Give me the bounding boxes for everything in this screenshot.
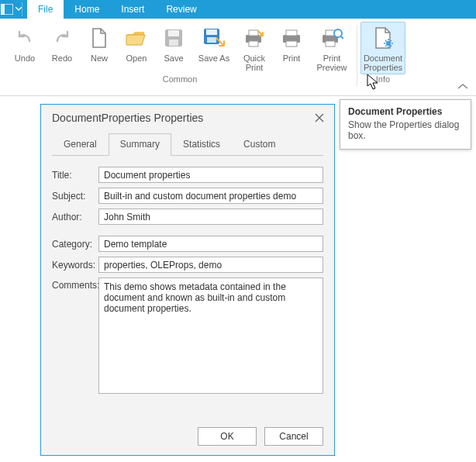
subject-field[interactable] <box>98 188 323 204</box>
ribbon-group-common: Undo Redo New Open <box>6 22 354 88</box>
label-category: Category: <box>52 239 98 250</box>
undo-label: Undo <box>15 53 35 72</box>
ribbon-group-info: Document Properties Info <box>360 22 405 88</box>
open-label: Open <box>126 53 147 72</box>
label-author: Author: <box>52 212 98 222</box>
printpreview-icon <box>319 26 344 50</box>
tab-insert[interactable]: Insert <box>110 0 155 19</box>
collapse-ribbon-button[interactable] <box>457 83 468 91</box>
svg-point-18 <box>386 41 391 46</box>
document-properties-button[interactable]: Document Properties <box>360 22 405 74</box>
dialog-title: DocumentProperties Properties <box>52 112 203 124</box>
dialog-close-button[interactable] <box>312 111 326 125</box>
label-subject: Subject: <box>52 191 98 202</box>
dialog-tabs: General Summary Statistics Custom <box>52 133 323 156</box>
dialog-tab-summary[interactable]: Summary <box>109 133 171 156</box>
undo-button[interactable]: Undo <box>6 22 43 74</box>
redo-label: Redo <box>52 53 72 72</box>
summary-form: Title: Subject: Author: Category: Keywor… <box>52 167 323 394</box>
chevron-down-icon <box>16 7 22 12</box>
undo-icon <box>12 26 37 50</box>
saveas-label: Save As <box>198 53 229 72</box>
quickprint-icon <box>242 26 267 50</box>
printpreview-label: Print Preview <box>312 53 351 72</box>
keywords-field[interactable] <box>98 257 323 273</box>
dialog-buttons: OK Cancel <box>198 427 323 446</box>
svg-rect-4 <box>169 40 178 46</box>
layout-icon <box>1 4 13 15</box>
tab-review[interactable]: Review <box>155 0 207 19</box>
app-titlebar: File Home Insert Review <box>0 0 476 19</box>
tooltip-body: Show the Properties dialog box. <box>348 119 463 141</box>
open-folder-icon <box>124 26 149 50</box>
separator <box>22 2 22 16</box>
redo-icon <box>50 26 74 50</box>
new-button[interactable]: New <box>81 22 118 74</box>
dialog-tab-statistics[interactable]: Statistics <box>171 133 232 156</box>
group-separator <box>357 25 357 87</box>
tab-file[interactable]: File <box>27 0 64 19</box>
tooltip-title: Document Properties <box>348 106 463 117</box>
svg-rect-7 <box>207 37 216 43</box>
title-field[interactable] <box>98 167 323 183</box>
document-properties-dialog: DocumentProperties Properties General Su… <box>40 104 335 456</box>
svg-rect-13 <box>286 41 297 47</box>
group-label-common: Common <box>163 74 198 87</box>
cancel-button[interactable]: Cancel <box>264 427 323 446</box>
print-label: Print <box>283 53 301 72</box>
label-keywords: Keywords: <box>52 260 98 271</box>
tooltip-document-properties: Document Properties Show the Properties … <box>340 99 471 150</box>
dialog-tab-custom[interactable]: Custom <box>232 133 287 156</box>
svg-rect-3 <box>168 30 179 36</box>
ok-button[interactable]: OK <box>198 427 257 446</box>
save-icon <box>161 26 186 50</box>
dialog-titlebar[interactable]: DocumentProperties Properties <box>41 105 334 131</box>
label-title: Title: <box>52 170 98 181</box>
label-comments: Comments: <box>52 278 98 291</box>
category-field[interactable] <box>98 236 323 252</box>
printpreview-button[interactable]: Print Preview <box>310 22 354 74</box>
redo-button[interactable]: Redo <box>43 22 81 74</box>
new-label: New <box>91 53 108 72</box>
print-icon <box>279 26 304 50</box>
dialog-tab-general[interactable]: General <box>52 133 109 156</box>
docprops-label: Document Properties <box>363 53 403 72</box>
ribbon-tabstrip: File Home Insert Review <box>27 0 208 19</box>
quickprint-label: Quick Print <box>238 53 271 72</box>
svg-rect-6 <box>206 29 217 35</box>
svg-rect-16 <box>326 41 335 47</box>
close-icon <box>315 113 324 122</box>
document-properties-icon <box>371 26 395 50</box>
app-menu-button[interactable] <box>0 0 22 19</box>
saveas-icon <box>202 26 226 50</box>
open-button[interactable]: Open <box>118 22 155 74</box>
svg-rect-1 <box>1 4 5 15</box>
author-field[interactable] <box>98 209 323 225</box>
print-button[interactable]: Print <box>273 22 310 74</box>
group-label-info: Info <box>376 74 390 87</box>
save-button[interactable]: Save <box>155 22 192 74</box>
new-file-icon <box>87 26 112 50</box>
svg-rect-9 <box>249 30 258 36</box>
chevron-up-icon <box>457 83 468 91</box>
comments-field[interactable] <box>98 278 323 394</box>
saveas-button[interactable]: Save As <box>192 22 236 74</box>
save-label: Save <box>164 53 183 72</box>
svg-rect-10 <box>249 41 258 47</box>
svg-point-17 <box>334 29 342 37</box>
tab-home[interactable]: Home <box>64 0 110 19</box>
quickprint-button[interactable]: Quick Print <box>236 22 273 74</box>
ribbon: Undo Redo New Open <box>0 19 476 96</box>
svg-rect-12 <box>286 30 297 36</box>
